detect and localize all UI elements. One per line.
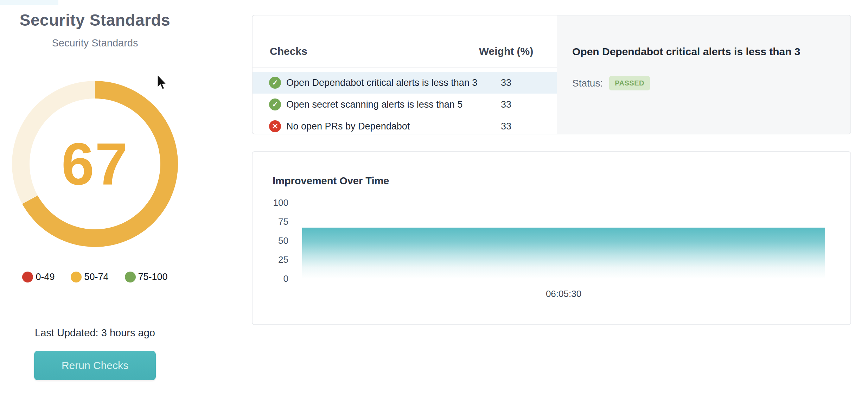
- check-label: Open Dependabot critical alerts is less …: [286, 77, 478, 88]
- legend-item: 0-49: [22, 272, 55, 282]
- score-gauge: 67: [12, 81, 178, 247]
- check-label: Open secret scanning alerts is less than…: [286, 99, 478, 110]
- checks-table-header: Checks Weight (%): [253, 42, 557, 61]
- legend-label: 75-100: [138, 272, 168, 282]
- y-axis-tick-label: 50: [263, 235, 288, 246]
- score-gauge-center: 67: [30, 99, 160, 229]
- check-rows: ✓ Open Dependabot critical alerts is les…: [253, 72, 557, 137]
- legend-dot-icon: [71, 272, 82, 282]
- x-circle-icon: ✕: [269, 120, 281, 132]
- y-axis-tick-label: 25: [263, 254, 288, 265]
- security-standards-dashboard: Security Standards Security Standards 67…: [0, 0, 868, 394]
- check-circle-icon: ✓: [269, 99, 281, 110]
- y-axis-tick-label: 100: [263, 197, 288, 208]
- weight-column-header: Weight (%): [478, 45, 534, 57]
- check-row[interactable]: ✕ No open PRs by Dependabot 33: [253, 115, 557, 137]
- x-axis-tick-label: 06:05:30: [511, 288, 617, 299]
- header-divider: [253, 67, 557, 68]
- score-legend: 0-49 50-74 75-100: [0, 272, 190, 282]
- status-line: Status: PASSED: [572, 76, 650, 90]
- mouse-cursor: [156, 75, 169, 91]
- status-label: Status:: [572, 78, 603, 89]
- check-weight: 33: [478, 121, 534, 132]
- checks-list: Checks Weight (%) ✓ Open Dependabot crit…: [253, 15, 557, 134]
- legend-dot-icon: [22, 272, 33, 282]
- score-area-band: [302, 228, 825, 279]
- chart-title: Improvement Over Time: [273, 175, 389, 187]
- checks-card: Checks Weight (%) ✓ Open Dependabot crit…: [252, 15, 851, 134]
- check-weight: 33: [478, 77, 534, 88]
- y-axis-tick-label: 0: [263, 273, 288, 284]
- check-label: No open PRs by Dependabot: [286, 121, 478, 132]
- legend-dot-icon: [125, 272, 136, 282]
- improvement-chart-card: Improvement Over Time 0255075100 06:05:3…: [252, 151, 851, 325]
- legend-item: 75-100: [125, 272, 168, 282]
- legend-item: 50-74: [71, 272, 108, 282]
- page-subtitle: Security Standards: [7, 37, 183, 49]
- check-weight: 33: [478, 99, 534, 110]
- rerun-checks-button[interactable]: Rerun Checks: [34, 351, 156, 380]
- checks-column-header: Checks: [270, 45, 478, 57]
- status-badge: PASSED: [609, 76, 650, 90]
- last-updated-text: Last Updated: 3 hours ago: [0, 327, 190, 339]
- legend-label: 0-49: [36, 272, 55, 282]
- score-value: 67: [62, 130, 129, 198]
- check-row[interactable]: ✓ Open secret scanning alerts is less th…: [253, 94, 557, 115]
- check-row[interactable]: ✓ Open Dependabot critical alerts is les…: [253, 72, 557, 94]
- legend-label: 50-74: [84, 272, 108, 282]
- check-detail-title: Open Dependabot critical alerts is less …: [572, 46, 800, 58]
- summary-column: Security Standards Security Standards: [7, 0, 183, 49]
- page-title: Security Standards: [7, 11, 183, 30]
- check-detail-panel: Open Dependabot critical alerts is less …: [557, 15, 850, 134]
- y-axis-tick-label: 75: [263, 216, 288, 227]
- check-circle-icon: ✓: [269, 77, 281, 89]
